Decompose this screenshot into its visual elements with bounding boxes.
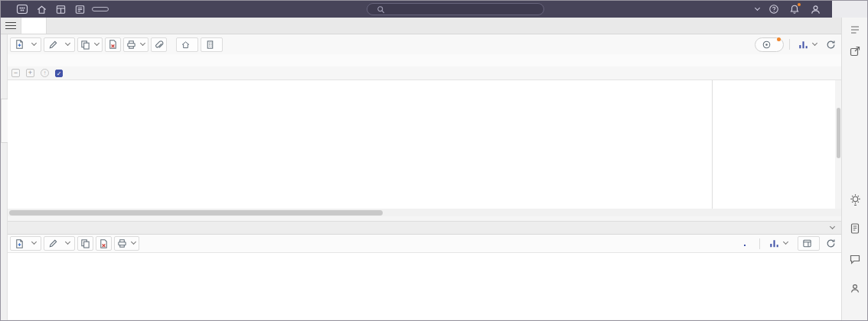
chevron-down-icon (755, 5, 760, 10)
copy-icon (80, 40, 90, 50)
avatar-icon[interactable] (808, 3, 822, 15)
copy-icon (80, 238, 90, 248)
chart-icon (798, 40, 808, 50)
grip-icon[interactable] (8, 222, 17, 234)
divider (759, 238, 760, 249)
home-icon[interactable] (34, 3, 48, 15)
left-dock (1, 34, 8, 320)
scrollbar-thumb[interactable] (9, 210, 383, 216)
search-icon (374, 3, 387, 15)
copy-button[interactable] (77, 37, 103, 52)
home-plus-icon (181, 40, 191, 50)
tab-bar (1, 18, 841, 34)
print-button[interactable] (114, 236, 139, 251)
chevron-down-icon (140, 40, 145, 45)
expand-icon: + (26, 69, 34, 77)
print-button[interactable] (123, 37, 148, 52)
notes-icon[interactable] (847, 22, 863, 37)
open-panel-icon[interactable] (847, 44, 863, 59)
capital-operations-table (8, 253, 841, 319)
horizontal-scrollbar[interactable] (8, 209, 841, 216)
bottom-toolbar-right (744, 236, 839, 251)
chevron-down-icon (830, 223, 835, 229)
edit-pencil-icon (48, 238, 58, 248)
chevron-down-icon (31, 40, 37, 45)
delete-button[interactable] (105, 37, 121, 52)
right-dock (841, 18, 867, 320)
help-icon[interactable] (767, 3, 781, 15)
delete-icon (99, 238, 109, 249)
print-icon (126, 40, 136, 50)
edit-button[interactable] (44, 236, 75, 251)
go-up-button[interactable]: ↑ (41, 69, 51, 77)
copy-button[interactable] (77, 236, 93, 251)
chevron-down-icon (94, 40, 100, 45)
bottom-tabs (8, 221, 841, 235)
chevron-down-icon (31, 239, 37, 245)
new-button[interactable] (10, 236, 41, 251)
preview-icon (802, 238, 812, 248)
print-icon (117, 238, 127, 248)
preview-button[interactable] (798, 236, 820, 251)
new-document-icon (15, 238, 24, 249)
main-filter-button[interactable] (755, 37, 784, 52)
arrow-up-icon: ↑ (41, 69, 49, 77)
main-area (8, 80, 841, 209)
basic-data-toggle[interactable] (744, 242, 746, 246)
filter-bar (8, 54, 841, 66)
tab-grupy-kapitalowe[interactable] (21, 18, 47, 34)
target-icon (762, 40, 772, 50)
chart-icon (769, 238, 779, 248)
topbar (1, 1, 867, 18)
paperclip-icon (154, 40, 164, 50)
contact-icon[interactable] (847, 280, 863, 296)
capital-groups-table (8, 80, 712, 209)
chevron-down-icon (812, 40, 817, 45)
scrollbar-thumb[interactable] (837, 108, 840, 158)
edit-button[interactable] (44, 37, 75, 52)
collapse-button[interactable]: − (11, 69, 22, 77)
bell-icon[interactable] (788, 3, 801, 15)
hamburger-icon[interactable] (1, 18, 21, 34)
assistant-icon[interactable] (847, 192, 863, 207)
chevron-down-icon (131, 239, 136, 245)
delete-icon (108, 39, 118, 50)
chart-button[interactable] (795, 37, 821, 52)
collapse-icon: − (11, 69, 20, 77)
edit-pencil-icon (48, 40, 58, 50)
tree-controls-bar: − + ↑ (8, 66, 841, 80)
collapse-panel-button[interactable] (829, 222, 841, 234)
vertical-scrollbar[interactable] (835, 80, 841, 209)
window-controls (832, 1, 867, 18)
main-toolbar (8, 34, 841, 54)
relation-side-panel (712, 80, 841, 209)
chart-button[interactable] (766, 236, 791, 251)
apps-icon[interactable] (15, 3, 29, 15)
bottom-toolbar (8, 235, 841, 253)
new-button[interactable] (10, 37, 41, 52)
grid-icon[interactable] (54, 3, 67, 15)
open-html-button[interactable] (92, 7, 109, 11)
add-group-button[interactable] (176, 37, 198, 52)
form-icon[interactable] (847, 221, 863, 236)
notification-dot (777, 37, 781, 41)
refresh-icon[interactable] (826, 238, 836, 248)
company-selector[interactable] (751, 8, 760, 11)
toolbar-right (755, 37, 839, 52)
chevron-down-icon (65, 40, 70, 45)
topbar-right (751, 1, 867, 18)
cards-icon[interactable] (73, 3, 86, 15)
attach-button[interactable] (151, 37, 167, 52)
add-related-button[interactable] (201, 37, 223, 52)
show-all-levels-checkbox[interactable] (55, 70, 63, 77)
search-input[interactable] (367, 3, 544, 15)
chat-icon[interactable] (847, 251, 863, 267)
chevron-down-icon (783, 239, 788, 245)
refresh-icon[interactable] (826, 40, 836, 50)
extended-data-toggle[interactable] (752, 242, 753, 245)
chevron-down-icon (65, 239, 70, 245)
divider (789, 39, 790, 50)
new-document-icon (15, 39, 24, 50)
delete-button[interactable] (96, 236, 112, 251)
expand-button[interactable]: + (26, 69, 37, 77)
